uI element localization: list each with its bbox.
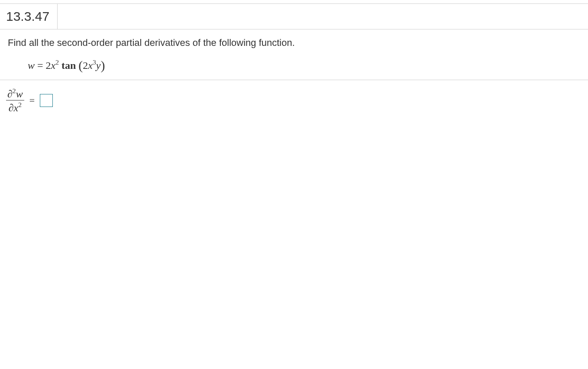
- partial-symbol-bot: ∂: [9, 102, 14, 113]
- eq-equals: =: [37, 60, 43, 71]
- partial-var-x: x: [14, 102, 19, 113]
- function-equation: w = 2x2 tan (2x3y): [8, 58, 580, 80]
- eq-coef: 2: [46, 60, 51, 71]
- eq-fn: tan: [61, 60, 76, 71]
- eq-inner-var1: x: [88, 60, 93, 71]
- eq-inner-exp1: 3: [93, 58, 96, 66]
- answer-equals: =: [29, 95, 36, 106]
- eq-var1: x: [51, 60, 56, 71]
- problem-number: 13.3.47: [0, 4, 58, 29]
- prompt-text: Find all the second-order partial deriva…: [8, 37, 580, 49]
- eq-inner-coef: 2: [83, 60, 88, 71]
- eq-exp1: 2: [55, 58, 59, 66]
- partial-var-w: w: [16, 88, 23, 100]
- partial-exp-top: 2: [13, 87, 16, 94]
- partial-symbol-top: ∂: [7, 88, 13, 100]
- partial-exp-bot: 2: [18, 101, 22, 108]
- problem-content: Find all the second-order partial deriva…: [0, 29, 588, 80]
- answer-row: ∂2w ∂x2 =: [0, 80, 588, 113]
- second-partial-fraction: ∂2w ∂x2: [6, 88, 24, 113]
- eq-inner-var2: y: [96, 60, 101, 71]
- header-row: 13.3.47: [0, 4, 588, 29]
- answer-input-box[interactable]: [40, 94, 53, 107]
- eq-lhs: w: [28, 60, 35, 71]
